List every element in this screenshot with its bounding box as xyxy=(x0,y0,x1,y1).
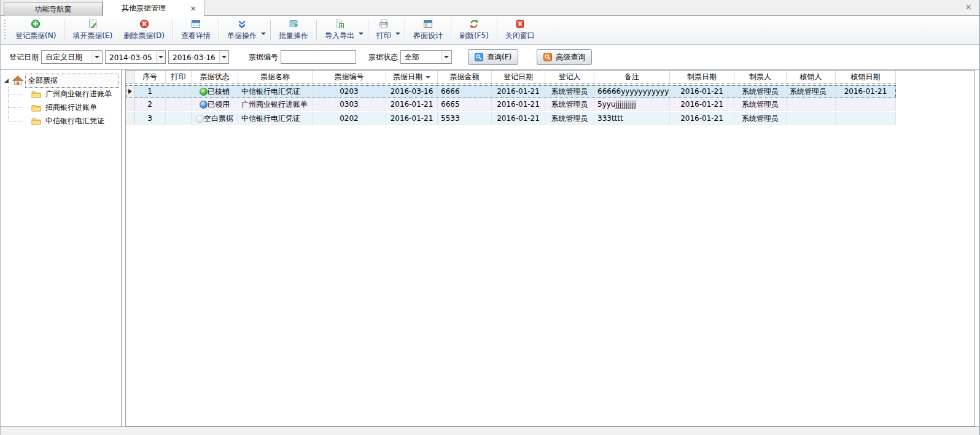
chevron-down-icon[interactable] xyxy=(219,51,228,63)
cell-name: 广州商业银行进账单 xyxy=(238,98,313,110)
dropdown-arrow-icon[interactable] xyxy=(261,33,266,37)
cell-reg_user: 系统管理员 xyxy=(545,85,594,98)
toolbar-button[interactable]: 查看详情 xyxy=(176,18,216,42)
column-header-label: 登记日期 xyxy=(504,72,533,82)
add-circle-icon xyxy=(31,19,41,29)
column-header-note[interactable]: 备注 xyxy=(594,71,670,83)
bill-no-input[interactable] xyxy=(281,50,356,64)
refresh-icon xyxy=(469,19,479,29)
dropdown-arrow-icon[interactable] xyxy=(395,33,400,37)
date-to-select[interactable]: 2016-03-16 xyxy=(168,50,229,64)
tree-expander-icon[interactable] xyxy=(4,79,9,83)
tab-function-nav[interactable]: 功能导航窗 xyxy=(4,2,103,16)
toolbar-button[interactable]: 关闭窗口 xyxy=(500,18,540,42)
advanced-search-icon xyxy=(543,53,552,61)
toolbar-separator xyxy=(270,20,271,40)
column-header-print[interactable]: 打印 xyxy=(166,71,192,83)
column-header-verify_date[interactable]: 核销日期 xyxy=(836,71,896,83)
column-header-label: 核销日期 xyxy=(851,72,881,82)
sidebar-item[interactable]: 中信银行电汇凭证 xyxy=(1,114,121,128)
column-header-make_user[interactable]: 制票人 xyxy=(734,71,787,83)
cell-date: 2016-01-21 xyxy=(386,98,438,110)
dropdown-arrow-icon[interactable] xyxy=(359,33,364,37)
status-select[interactable]: 全部 xyxy=(400,50,452,64)
toolbar-button[interactable]: 删除票据(D) xyxy=(118,18,170,42)
column-header-no[interactable]: 票据编号 xyxy=(313,71,386,83)
column-header-label: 制票日期 xyxy=(687,72,717,82)
toolbar-button[interactable]: 打印 xyxy=(371,18,397,42)
table-row[interactable]: 1已核销中信银行电汇凭证02032016-03-1666662016-01-21… xyxy=(126,85,896,98)
home-icon xyxy=(12,75,23,85)
date-from-select[interactable]: 2014-03-05 xyxy=(105,50,166,64)
sidebar-item[interactable]: 招商银行进账单 xyxy=(1,101,121,114)
toolbar-button-group: 批量操作 xyxy=(273,17,314,43)
chevron-down-icon[interactable] xyxy=(91,51,102,63)
toolbar-button-label: 批量操作 xyxy=(279,31,308,41)
bill-type-tree: 全部票据 广州商业银行进账单招商银行进账单中信银行电汇凭证 xyxy=(1,70,121,128)
toolbar-button[interactable]: 批量操作 xyxy=(273,18,314,42)
tab-label: 其他票据管理 xyxy=(122,3,166,13)
window-close-icon[interactable]: × xyxy=(965,2,972,11)
batch-layers-icon xyxy=(289,19,298,29)
toolbar-button[interactable]: 填开票据(E) xyxy=(67,18,118,42)
table-row[interactable]: 3空白票据中信银行电汇凭证02022016-01-2155332016-01-2… xyxy=(126,112,896,125)
cell-reg_date: 2016-01-21 xyxy=(492,85,545,98)
toolbar-button[interactable]: 登记票据(N) xyxy=(10,18,61,42)
sidebar-item[interactable]: 广州商业银行进账单 xyxy=(1,87,121,101)
app-window: 功能导航窗 其他票据管理 × × 登记票据(N)填开票据(E)删除票据(D)查看… xyxy=(0,0,980,435)
sidebar-item-label: 全部票据 xyxy=(25,74,119,88)
cell-date: 2016-03-16 xyxy=(386,85,438,98)
cell-verify_user xyxy=(787,98,836,110)
cell-verify_user: 系统管理员 xyxy=(787,85,836,98)
column-header-verify_user[interactable]: 核销人 xyxy=(787,71,836,83)
column-header-reg_date[interactable]: 登记日期 xyxy=(492,71,545,83)
status-text: 空白票据 xyxy=(204,114,233,124)
table-row[interactable]: 2已领用广州商业银行进账单03032016-01-2166652016-01-2… xyxy=(126,98,896,111)
sidebar-item-label: 广州商业银行进账单 xyxy=(45,89,112,99)
cell-make_date: 2016-01-21 xyxy=(670,112,734,125)
toolbar-button-group: 填开票据(E) xyxy=(67,17,118,43)
toolbar-button[interactable]: 导入导出 xyxy=(319,18,360,42)
sidebar-item-all-bills[interactable]: 全部票据 xyxy=(1,74,121,87)
row-indicator xyxy=(126,112,134,125)
toolbar-button[interactable]: 刷新(F5) xyxy=(454,18,494,42)
date-mode-select[interactable]: 自定义日期 xyxy=(41,50,103,64)
column-header-status[interactable]: 票据状态 xyxy=(192,71,238,83)
cell-make_user: 系统管理员 xyxy=(734,85,787,98)
advanced-query-button[interactable]: 高级查询 xyxy=(537,49,592,65)
tab-other-bills[interactable]: 其他票据管理 × xyxy=(103,0,204,17)
cell-print xyxy=(166,112,192,125)
cell-seq: 3 xyxy=(134,112,166,125)
toolbar-button-label: 刷新(F5) xyxy=(459,31,489,41)
column-header-label: 备注 xyxy=(624,72,639,82)
tab-close-icon[interactable]: × xyxy=(190,4,196,12)
query-button[interactable]: 查询(F) xyxy=(468,49,518,65)
cell-make_date: 2016-01-21 xyxy=(670,85,734,98)
sort-desc-icon xyxy=(426,76,430,81)
column-header-make_date[interactable]: 制票日期 xyxy=(670,71,734,83)
tab-label: 功能导航窗 xyxy=(35,4,72,15)
chevron-down-icon[interactable] xyxy=(156,51,165,63)
cell-note: 66666yyyyyyyyyyyyyyy xyxy=(594,85,670,98)
cell-reg_user: 系统管理员 xyxy=(545,112,594,125)
cell-status: 已领用 xyxy=(192,98,238,110)
toolbar-button-label: 登记票据(N) xyxy=(15,31,56,41)
column-header-date[interactable]: 票据日期 xyxy=(386,71,438,83)
column-header-name[interactable]: 票据名称 xyxy=(238,71,313,83)
folder-icon xyxy=(31,104,41,112)
toolbar-button-group: 单据操作 xyxy=(222,17,268,43)
column-header-label: 登记人 xyxy=(559,72,581,82)
toolbar-button-group: 登记票据(N) xyxy=(10,17,61,43)
toolbar-button[interactable]: 单据操作 xyxy=(222,18,262,42)
row-indicator xyxy=(126,85,134,98)
bottom-strip xyxy=(1,426,979,434)
column-header-reg_user[interactable]: 登记人 xyxy=(545,71,594,83)
status-text: 已领用 xyxy=(208,99,230,110)
cell-no: 0303 xyxy=(313,98,386,110)
printer-icon xyxy=(379,19,389,29)
toolbar-button[interactable]: 界面设计 xyxy=(408,18,448,42)
chevron-down-icon[interactable] xyxy=(441,51,451,63)
toolbar-separator xyxy=(64,20,64,40)
column-header-seq[interactable]: 序号 xyxy=(134,71,166,83)
column-header-amount[interactable]: 票据金额 xyxy=(438,71,492,83)
